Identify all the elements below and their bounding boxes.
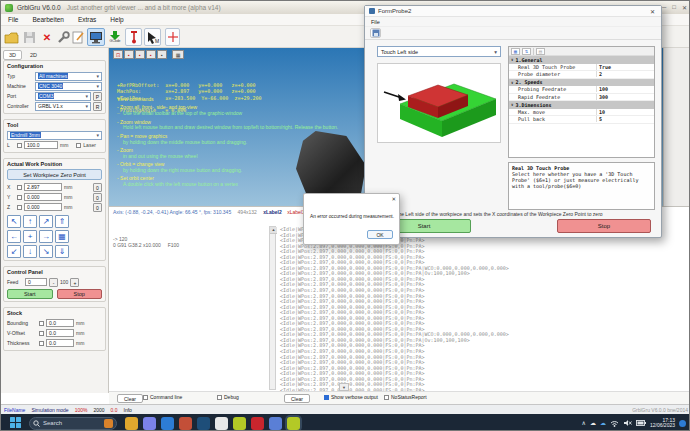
tool-length-input[interactable]: 100.0	[24, 141, 58, 149]
volume-muted-icon[interactable]	[623, 419, 632, 427]
voffset-input[interactable]: 0.0	[46, 329, 74, 337]
verbose-output-checkbox[interactable]	[324, 395, 329, 400]
port-refresh-button[interactable]: P	[93, 92, 102, 101]
dialog-save-button[interactable]	[370, 28, 381, 38]
machine-select[interactable]: CNC 3040▾	[35, 82, 102, 91]
x-zero-button[interactable]: 0	[93, 183, 102, 192]
notification-icon[interactable]	[679, 420, 686, 427]
open-file-button[interactable]	[3, 28, 20, 46]
menu-item[interactable]: File	[1, 16, 25, 23]
nostatusreport-checkbox[interactable]	[384, 395, 389, 400]
tab-3d[interactable]: 3D	[3, 50, 22, 60]
view-button[interactable]: ▦	[172, 50, 184, 59]
tray-chevron-up-icon[interactable]: ∧	[582, 420, 586, 426]
grid-row[interactable]: Probing Feedrate 100	[509, 86, 654, 94]
debug-checkbox[interactable]	[217, 395, 222, 400]
view-button[interactable]: ⊡	[113, 50, 123, 59]
jog-button[interactable]: ⇓	[55, 245, 69, 258]
jog-button[interactable]: ↙	[7, 245, 21, 258]
port-select[interactable]: COM3▾	[35, 92, 91, 101]
grid-category[interactable]: ∨ 3.Dimensions	[509, 101, 654, 109]
taskbar-app-icon-grblgru[interactable]	[233, 417, 246, 430]
view-button[interactable]: ▪	[157, 50, 167, 59]
z-zero-button[interactable]: 0	[93, 203, 102, 212]
categorized-view-icon[interactable]: ▦	[511, 48, 520, 55]
console-scroll-down-button[interactable]: ▼	[339, 383, 349, 391]
close-button[interactable]: ✕	[682, 4, 687, 11]
cloud-sync-icon[interactable]: ☁	[600, 420, 606, 426]
voffset-checkbox[interactable]	[39, 331, 44, 336]
jog-button[interactable]: +	[23, 230, 37, 243]
dialog-menu-file[interactable]: File	[371, 19, 380, 25]
settings-button[interactable]	[55, 28, 70, 46]
onedrive-cloud-icon[interactable]: ☁	[590, 420, 596, 426]
controller-reset-button[interactable]: R	[93, 102, 102, 111]
tab-2d[interactable]: 2D	[24, 50, 43, 60]
y-zero-button[interactable]: 0	[93, 193, 102, 202]
bounding-checkbox[interactable]	[39, 321, 44, 326]
property-value[interactable]: 5	[596, 116, 654, 122]
error-ok-button[interactable]: OK	[367, 230, 393, 239]
laser-checkbox[interactable]	[76, 143, 81, 148]
grid-row[interactable]: Real 3D Touch Probe True	[509, 64, 654, 72]
y-axis-checkbox[interactable]	[17, 195, 22, 200]
y-position-input[interactable]: 0.000	[24, 193, 62, 201]
property-value[interactable]: 10	[596, 109, 654, 115]
jog-button[interactable]: ↑	[23, 215, 37, 228]
taskbar-app-icon-globe[interactable]	[197, 417, 210, 430]
delete-button[interactable]: ✕	[40, 28, 54, 46]
start-button[interactable]: Start	[7, 289, 53, 299]
crosshair-button[interactable]	[165, 28, 180, 46]
taskbar-clock[interactable]: 17:13 12/06/2023	[650, 418, 675, 429]
dialog-close-button[interactable]: ✕	[648, 8, 657, 15]
controller-select[interactable]: GRBL V1.x▾	[35, 102, 91, 111]
taskbar-app-icon-app-f[interactable]	[179, 417, 192, 430]
tool-length-checkbox[interactable]	[17, 143, 22, 148]
feed-input[interactable]: 0	[25, 278, 47, 286]
property-value[interactable]: 100	[596, 86, 654, 92]
taskbar-app-icon-grblgru-active[interactable]	[287, 417, 300, 430]
probe-stop-button[interactable]: Stop	[557, 219, 651, 233]
probe-mode-select[interactable]: Touch Left side ▾	[377, 46, 501, 57]
pan-mode-button[interactable]: M	[144, 28, 161, 46]
z-position-input[interactable]: 0.000	[24, 203, 62, 211]
menu-item[interactable]: Help	[103, 16, 130, 23]
typ-select[interactable]: All machines▾	[35, 72, 102, 81]
x-axis-checkbox[interactable]	[17, 185, 22, 190]
stop-button[interactable]: Stop	[57, 289, 103, 299]
taskbar-app-icon-adobe[interactable]	[251, 417, 264, 430]
taskbar-app-icon-teams[interactable]	[143, 417, 156, 430]
menu-item[interactable]: Extras	[71, 16, 103, 23]
taskbar-search[interactable]: Search	[29, 417, 117, 430]
grid-row[interactable]: Pull back 5	[509, 116, 654, 124]
feed-decrease-button[interactable]: -	[49, 278, 58, 287]
bounding-input[interactable]: 0.0	[46, 319, 74, 327]
clear-history-button[interactable]: Clear	[117, 394, 143, 403]
jog-button[interactable]: ↗	[39, 215, 53, 228]
simulation-view-button[interactable]	[87, 28, 105, 46]
tool-select[interactable]: Endmill 3mm▾	[7, 131, 102, 140]
taskbar-app-icon-file-explorer[interactable]	[125, 417, 138, 430]
property-value[interactable]: 2	[596, 71, 654, 77]
scroll-up-icon[interactable]: ▲	[270, 227, 277, 234]
grid-row[interactable]: Probe diameter 2	[509, 71, 654, 79]
jog-button[interactable]: ⇑	[55, 215, 69, 228]
grid-row[interactable]: Rapid Feedrate 300	[509, 94, 654, 102]
console-scrollbar[interactable]: ▲	[269, 226, 276, 390]
jog-button[interactable]: ←	[7, 230, 21, 243]
view-button[interactable]: ▪	[135, 50, 145, 59]
alphabetical-sort-icon[interactable]: ⇅	[522, 48, 531, 55]
error-close-button[interactable]: ✕	[391, 196, 396, 202]
taskbar-app-icon-chrome[interactable]	[215, 417, 228, 430]
jog-button[interactable]: ↖	[7, 215, 21, 228]
property-value[interactable]: 300	[596, 94, 654, 100]
jog-button[interactable]: ↘	[39, 245, 53, 258]
edit-gcode-button[interactable]	[71, 28, 86, 46]
grid-row[interactable]: Max. move 10	[509, 109, 654, 117]
z-axis-checkbox[interactable]	[17, 205, 22, 210]
save-button[interactable]	[21, 28, 37, 46]
clear-console-button[interactable]: Clear	[284, 394, 310, 403]
taskbar-app-icon-visual-studio[interactable]	[269, 417, 282, 430]
grid-category[interactable]: ∨ 1.General	[509, 56, 654, 64]
command-line-checkbox[interactable]	[143, 395, 148, 400]
